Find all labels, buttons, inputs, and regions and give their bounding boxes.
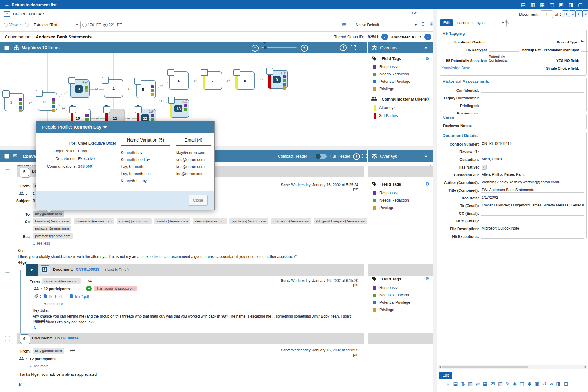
cc-chip[interactable]: pstewart@enron.com [33,226,71,231]
infinity-icon[interactable]: ∞ [550,381,553,387]
map-node-3[interactable]: 4 3 [70,79,90,98]
node-checkbox[interactable] [167,69,174,76]
print-icon[interactable]: ▥ [530,2,535,8]
nav-prev-button[interactable]: ◀ [569,10,576,17]
field-value[interactable] [489,39,519,44]
branches-chevron-icon[interactable]: ▼ [419,35,422,38]
grid-icon[interactable]: ▧ [498,381,503,387]
mail-icon[interactable]: ✉ [491,381,495,387]
field-value[interactable]: Worthing Ashley <ashley.worthing@enron.c… [481,180,584,185]
forward-message-icon[interactable]: ✉➤ [412,10,419,16]
doc13-file2-link[interactable]: file 2.pdf [75,294,89,299]
monitor-icon[interactable]: ▢ [578,2,583,8]
spreadsheet-icon[interactable]: ▦ [540,2,545,8]
cc-chip[interactable]: rlewis@enron.com [193,218,227,224]
cc-chip[interactable]: bsorrento@enron.com [74,218,114,224]
field-value[interactable] [581,58,588,62]
header-toggle[interactable] [316,154,327,159]
back-arrow-icon[interactable]: ← [4,2,10,8]
undo-icon[interactable]: ↺ [542,381,546,387]
field-value[interactable]: 1/17/2002 [481,195,584,200]
doc14-see-more[interactable]: ▼ see more [30,364,49,368]
node-checkbox[interactable] [103,106,110,113]
field-value[interactable] [489,47,519,52]
cc-chip[interactable]: stwain@enron.com [117,218,152,224]
branches-prev-button[interactable]: ‹ [381,34,388,40]
map-node-6[interactable]: 6 [169,71,189,90]
conversation-fullscreen-icon[interactable] [362,154,367,158]
field-value[interactable]: Confidential; [489,58,518,62]
doc5-checkbox[interactable] [5,169,10,174]
node-checkbox[interactable] [266,68,273,75]
field-value[interactable]: CNTRL-00109419 [481,142,584,146]
native-default-dropdown[interactable]: Native Default▼ [354,21,419,29]
field-value[interactable] [481,211,584,216]
tag-item-responsive[interactable]: Responsive [373,65,399,69]
field-value[interactable] [581,47,588,52]
node-checkbox[interactable] [168,97,175,104]
doc5-bcc-chip[interactable]: jsimmons@enron.com [33,233,73,239]
table-icon[interactable]: ▦ [483,381,487,387]
doc13-participants[interactable]: 12 participants [44,287,70,291]
cc-chip[interactable]: pjackson@enron.com [229,218,268,224]
scroll-right-arrow[interactable]: ▶ [585,366,586,368]
branches-next-button[interactable]: › [424,34,431,40]
node-checkbox[interactable] [135,106,142,113]
scrollbar-thumb[interactable] [442,366,528,368]
panel-icon[interactable]: ▣ [534,381,539,387]
tag-item-needs-redaction[interactable]: Needs Redaction [373,72,409,76]
compact-header-label[interactable]: Compact Header [278,154,307,158]
swap-icon[interactable]: ⇄ [476,381,480,387]
nav-last-button[interactable]: ▶| [582,10,588,17]
field-value[interactable]: Fowler Kulvinder; Hungerford James; Vide… [481,203,584,208]
doc14-from-chip[interactable]: klay@enron.com [33,348,64,354]
conversation-select-all-checkbox[interactable] [4,154,9,159]
field-tags-settings-icon[interactable]: ⚙ [425,181,429,187]
doc5-participants[interactable]: 1 [33,191,35,196]
cc-chip[interactable]: rcameron@enron.com [271,218,311,224]
map-select-all-checkbox[interactable] [4,46,9,50]
columns-icon[interactable]: ◫ [520,381,524,387]
nav-next-button[interactable]: ▶ [576,10,582,17]
field-value[interactable] [581,66,588,70]
field-value[interactable] [481,234,584,239]
zoom-in-button[interactable]: + [301,45,308,52]
overlays-collapse-icon-conv[interactable]: » [424,153,427,158]
node-checkbox[interactable] [233,69,240,76]
map-node-9[interactable]: 1 9 [268,70,288,89]
tag-item-privilege[interactable]: Privilege [373,87,394,91]
map-info-icon[interactable]: i [340,44,347,51]
field-value[interactable]: FW: Andersen Bank Statements [481,188,584,193]
people-profile-header[interactable]: People Profile: Kenneth Lay ★ [36,121,214,133]
doc5-see-less[interactable]: ▲ see less [33,241,50,246]
map-node-7[interactable]: 7 [203,71,222,90]
layout-icon[interactable]: ▣ [559,2,564,8]
cc-chip[interactable]: rfitzgerald-meyers@enron.com [314,218,367,224]
map-node-1[interactable]: 1 [4,93,24,111]
communications-count-link[interactable]: 108,500 [78,164,92,169]
doc13-see-more[interactable]: ▼ see more [44,302,63,306]
pencil-icon[interactable]: ✎ [505,19,509,25]
horizontal-scrollbar[interactable]: ◀ ▶ [438,365,587,369]
edit-icon[interactable]: ✎ [506,381,510,387]
new-window-icon[interactable]: ◨ [569,2,573,8]
bottom-edit-button[interactable]: Edit [439,372,452,379]
node-checkbox[interactable] [201,69,208,76]
comm-item-3rd-parties[interactable]: 3rd Parties [374,113,398,119]
full-header-label[interactable]: Full Header [330,154,350,158]
node-checkbox[interactable] [2,90,10,98]
zoom-out-button[interactable]: − [252,45,259,52]
list-alt-icon[interactable]: ▥ [468,381,473,387]
export-icon[interactable]: ↧ [446,381,450,387]
map-node-4[interactable]: 4 [104,79,123,98]
node-checkbox[interactable] [102,77,109,84]
node-checkbox[interactable] [134,78,141,85]
field-value[interactable] [481,95,584,100]
cc-chip[interactable]: bmalone@enron.com [33,218,71,224]
asterisk-icon[interactable]: ✱ [527,381,531,387]
reviewer-notes-value[interactable] [476,123,584,128]
map-node-5[interactable]: 5 [136,80,156,98]
radio-221-et[interactable] [103,23,108,27]
back-link[interactable]: Return to document list [12,2,57,7]
notes-icon[interactable]: ▤ [521,2,526,8]
